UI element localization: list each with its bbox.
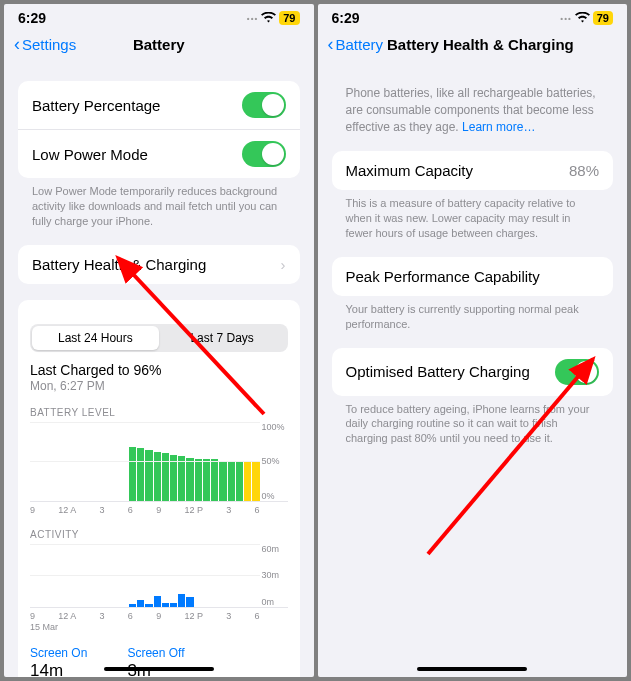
screen-on-stat: Screen On 14m (30, 646, 87, 677)
back-button[interactable]: ‹ Settings (14, 34, 76, 55)
x-axis-labels: 912 A 36 912 P 36 (30, 505, 288, 515)
home-indicator[interactable] (104, 667, 214, 671)
screen-off-stat: Screen Off 3m (127, 646, 184, 677)
stat-value: 14m (30, 661, 87, 677)
battery-percentage-row[interactable]: Battery Percentage (18, 81, 300, 129)
bar (186, 458, 193, 501)
bar (145, 450, 152, 501)
row-label: Low Power Mode (32, 146, 148, 163)
page-title: Battery Health & Charging (387, 36, 617, 53)
battery-health-row[interactable]: Battery Health & Charging › (18, 245, 300, 284)
bar (137, 600, 144, 606)
content: Battery Percentage Low Power Mode Low Po… (4, 65, 314, 677)
low-power-description: Low Power Mode temporarily reduces backg… (18, 178, 300, 229)
content: Phone batteries, like all rechargeable b… (318, 65, 628, 677)
screen-battery-health: 6:29 ••• 79 ‹ Battery Battery Health & C… (318, 4, 628, 677)
wifi-icon (261, 11, 276, 26)
max-capacity-desc: This is a measure of battery capacity re… (332, 190, 614, 241)
last-charged-title: Last Charged to 96% (30, 362, 288, 378)
toggle-on[interactable] (242, 92, 286, 118)
status-time: 6:29 (332, 10, 360, 26)
nav-bar: ‹ Battery Battery Health & Charging (318, 28, 628, 65)
bar (154, 452, 161, 501)
chevron-right-icon: › (281, 256, 286, 273)
y-axis-labels: 100% 50% 0% (262, 422, 288, 501)
bar (178, 594, 185, 607)
bar (129, 447, 136, 501)
seg-24h[interactable]: Last 24 Hours (32, 326, 159, 350)
status-right: ••• 79 (560, 11, 613, 26)
row-value: 88% (569, 162, 599, 179)
battery-status-icon: 79 (279, 11, 299, 25)
bar (219, 461, 226, 501)
peak-row[interactable]: Peak Performance Capability (332, 257, 614, 296)
time-range-segmented[interactable]: Last 24 Hours Last 7 Days (30, 324, 288, 352)
intro-text: Phone batteries, like all rechargeable b… (332, 65, 614, 135)
max-capacity-row[interactable]: Maximum Capacity 88% (332, 151, 614, 190)
screen-stats: Screen On 14m Screen Off 3m (30, 646, 288, 677)
y-axis-labels: 60m 30m 0m (262, 544, 288, 607)
bar (186, 597, 193, 606)
bar (129, 604, 136, 606)
battery-level-chart: 100% 50% 0% (30, 422, 288, 502)
row-label: Optimised Battery Charging (346, 363, 530, 380)
opt-charging-card: Optimised Battery Charging (332, 348, 614, 396)
status-bar: 6:29 ••• 79 (318, 4, 628, 28)
cellular-icon: ••• (247, 14, 258, 23)
peak-card: Peak Performance Capability (332, 257, 614, 296)
activity-label: ACTIVITY (30, 529, 288, 540)
bar (154, 596, 161, 607)
max-capacity-card: Maximum Capacity 88% (332, 151, 614, 190)
bar (170, 603, 177, 606)
seg-7d[interactable]: Last 7 Days (159, 326, 286, 350)
back-label: Battery (336, 36, 384, 53)
usage-card: Last 24 Hours Last 7 Days Last Charged t… (18, 300, 300, 677)
toggle-on[interactable] (555, 359, 599, 385)
row-label: Battery Health & Charging (32, 256, 206, 273)
toggle-on[interactable] (242, 141, 286, 167)
bar (244, 462, 251, 501)
row-label: Maximum Capacity (346, 162, 474, 179)
bar (252, 462, 259, 501)
cellular-icon: ••• (560, 14, 571, 23)
battery-level-label: BATTERY LEVEL (30, 407, 288, 418)
bar (195, 459, 202, 501)
chevron-left-icon: ‹ (14, 34, 20, 55)
activity-chart: 60m 30m 0m (30, 544, 288, 608)
back-button[interactable]: ‹ Battery (328, 34, 384, 55)
peak-desc: Your battery is currently supporting nor… (332, 296, 614, 332)
toggle-card: Battery Percentage Low Power Mode (18, 81, 300, 178)
bar (178, 456, 185, 500)
row-label: Peak Performance Capability (346, 268, 540, 285)
chevron-left-icon: ‹ (328, 34, 334, 55)
bar (211, 459, 218, 500)
screen-battery: 6:29 ••• 79 ‹ Settings Battery Battery P… (4, 4, 314, 677)
bar (236, 462, 243, 501)
bar (228, 461, 235, 501)
health-card: Battery Health & Charging › (18, 245, 300, 284)
bar (145, 604, 152, 606)
x-axis-date: 15 Mar (30, 622, 288, 632)
bar (162, 603, 169, 606)
back-label: Settings (22, 36, 76, 53)
status-right: ••• 79 (247, 11, 300, 26)
nav-bar: ‹ Settings Battery (4, 28, 314, 65)
learn-more-link[interactable]: Learn more… (462, 120, 535, 134)
opt-charging-row[interactable]: Optimised Battery Charging (332, 348, 614, 396)
battery-status-icon: 79 (593, 11, 613, 25)
bar (203, 459, 210, 501)
status-time: 6:29 (18, 10, 46, 26)
x-axis-labels: 912 A 36 912 P 36 (30, 611, 288, 621)
opt-desc: To reduce battery ageing, iPhone learns … (332, 396, 614, 447)
row-label: Battery Percentage (32, 97, 160, 114)
home-indicator[interactable] (417, 667, 527, 671)
wifi-icon (575, 11, 590, 26)
stat-label: Screen On (30, 646, 87, 660)
stat-label: Screen Off (127, 646, 184, 660)
low-power-mode-row[interactable]: Low Power Mode (18, 129, 300, 178)
bar (137, 448, 144, 500)
status-bar: 6:29 ••• 79 (4, 4, 314, 28)
last-charged-sub: Mon, 6:27 PM (30, 379, 288, 393)
